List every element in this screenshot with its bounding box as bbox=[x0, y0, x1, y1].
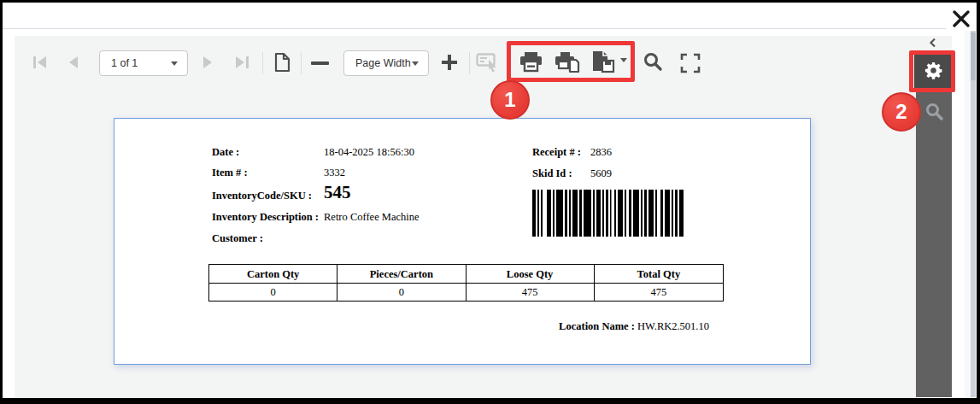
full-page-icon bbox=[273, 52, 290, 75]
field-value: 5609 bbox=[590, 167, 612, 179]
field-label: Item # : bbox=[212, 167, 324, 179]
settings-highlight bbox=[909, 50, 955, 92]
last-page-icon bbox=[233, 55, 250, 73]
table-value-pieces-carton: 0 bbox=[337, 284, 466, 301]
interactive-mode-button[interactable] bbox=[475, 54, 501, 74]
zoom-mode-value: Page Width bbox=[355, 57, 411, 69]
toolbar-separator bbox=[301, 52, 302, 74]
search-icon bbox=[643, 51, 664, 75]
page-number-value: 1 of 1 bbox=[111, 57, 138, 69]
field-label: Date : bbox=[212, 146, 324, 158]
full-page-mode-button[interactable] bbox=[272, 52, 292, 74]
field-label: Inventory Description : bbox=[212, 211, 324, 223]
sidebar-search-button[interactable] bbox=[916, 94, 952, 132]
print-group-highlight bbox=[507, 41, 635, 82]
field-skid-id: Skid Id : 5609 bbox=[532, 167, 612, 179]
table-value-loose-qty: 475 bbox=[467, 284, 595, 301]
sidebar-collapse-button[interactable] bbox=[924, 37, 940, 50]
toolbar-separator bbox=[262, 52, 263, 74]
zoom-in-icon bbox=[440, 53, 459, 74]
fullscreen-button[interactable] bbox=[678, 53, 702, 75]
field-customer: Customer : bbox=[212, 232, 324, 244]
field-date: Date : 18-04-2025 18:56:30 bbox=[212, 146, 414, 158]
field-label: Customer : bbox=[212, 232, 324, 244]
field-value: 18-04-2025 18:56:30 bbox=[324, 146, 414, 158]
field-label: Skid Id : bbox=[532, 167, 590, 179]
table-header-total-qty: Total Qty bbox=[595, 265, 723, 284]
field-value: 545 bbox=[324, 186, 351, 202]
top-divider bbox=[3, 28, 946, 29]
previous-page-icon bbox=[67, 55, 79, 73]
interactive-mode-icon bbox=[476, 53, 500, 75]
field-receipt-number: Receipt # : 2836 bbox=[532, 146, 612, 158]
toolbar-separator bbox=[469, 52, 470, 74]
report-viewer-window: 1 of 1 Page Width bbox=[0, 0, 980, 404]
chevron-down-icon bbox=[171, 61, 178, 66]
callout-1-number: 1 bbox=[504, 88, 515, 112]
chevron-down-icon bbox=[412, 61, 419, 66]
quantity-table: Carton Qty Pieces/Carton Loose Qty Total… bbox=[208, 264, 724, 302]
field-value: 3332 bbox=[324, 167, 345, 179]
last-page-button[interactable] bbox=[232, 55, 251, 72]
field-inventory-description: Inventory Description : Retro Coffee Mac… bbox=[212, 211, 420, 223]
zoom-out-icon bbox=[311, 61, 329, 65]
first-page-button[interactable] bbox=[31, 55, 50, 72]
field-item-number: Item # : 3332 bbox=[212, 167, 345, 179]
scrollbar-thumb[interactable] bbox=[971, 32, 976, 80]
scrollbar-track[interactable] bbox=[971, 31, 976, 397]
callout-2-number: 2 bbox=[895, 100, 907, 124]
previous-page-button[interactable] bbox=[65, 55, 80, 72]
field-value: 2836 bbox=[590, 146, 612, 158]
chevron-left-icon bbox=[929, 36, 936, 51]
zoom-out-button[interactable] bbox=[309, 56, 330, 71]
field-inventory-sku: InventoryCode/SKU : 545 bbox=[212, 190, 351, 202]
next-page-button[interactable] bbox=[200, 55, 215, 72]
field-label: InventoryCode/SKU : bbox=[212, 190, 324, 202]
table-value-carton-qty: 0 bbox=[209, 284, 337, 301]
callout-step-2: 2 bbox=[882, 92, 921, 132]
table-header-carton-qty: Carton Qty bbox=[209, 265, 337, 284]
table-header-loose-qty: Loose Qty bbox=[467, 265, 595, 284]
location-name: Location Name : HW.RK2.501.10 bbox=[419, 320, 709, 333]
search-button[interactable] bbox=[641, 52, 665, 74]
location-value: HW.RK2.501.10 bbox=[637, 320, 709, 332]
page-number-select[interactable]: 1 of 1 bbox=[99, 50, 188, 76]
first-page-icon bbox=[32, 55, 49, 73]
callout-step-1: 1 bbox=[490, 80, 530, 120]
next-page-icon bbox=[202, 55, 214, 73]
fullscreen-icon bbox=[680, 53, 701, 76]
close-icon bbox=[951, 9, 971, 32]
zoom-mode-select[interactable]: Page Width bbox=[343, 50, 429, 76]
location-label: Location Name : bbox=[559, 320, 635, 332]
scrollbar-gutter bbox=[965, 31, 971, 397]
field-label: Receipt # : bbox=[532, 146, 590, 158]
table-header-pieces-carton: Pieces/Carton bbox=[337, 265, 466, 284]
barcode bbox=[532, 190, 684, 240]
field-value: Retro Coffee Machine bbox=[324, 211, 420, 223]
zoom-in-button[interactable] bbox=[439, 53, 460, 73]
close-button[interactable] bbox=[948, 8, 974, 33]
search-icon bbox=[924, 101, 945, 126]
table-value-total-qty: 475 bbox=[595, 284, 723, 301]
